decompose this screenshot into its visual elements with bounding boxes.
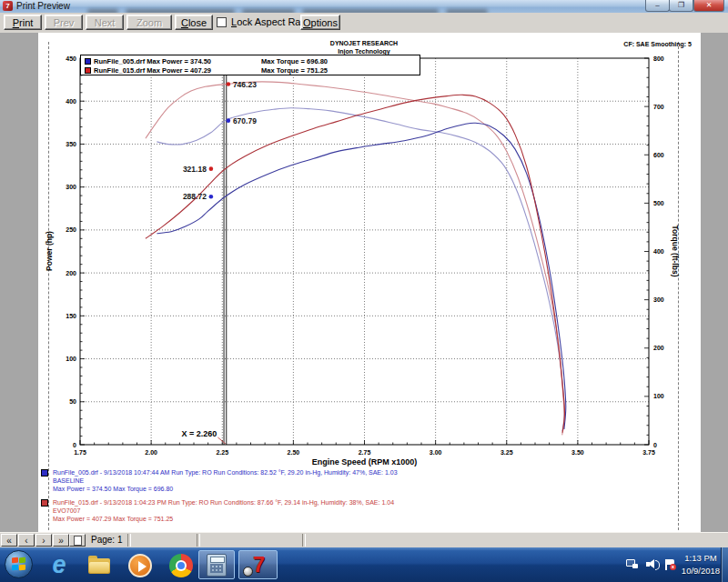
explorer-folder-icon[interactable] (87, 554, 111, 577)
x-tick-label: 3.25 (500, 449, 513, 456)
series-curve-0 (157, 108, 564, 431)
series-curve-2 (157, 123, 565, 429)
legend-text: RunFile_015.drf Max Power = 407.29 (94, 66, 211, 75)
annotation-dot (209, 195, 214, 199)
legend-text: RunFile_005.drf Max Power = 374.50 (94, 57, 211, 65)
run-line2: EVO7007 (53, 507, 678, 515)
y-right-tick-label: 200 (653, 345, 664, 351)
options-button[interactable]: Options (300, 15, 340, 30)
volume-icon[interactable] (646, 559, 659, 569)
y-left-tick-label: 0 (73, 442, 76, 448)
title-bar: 7 Print Preview – ❐ ✕ (0, 0, 728, 14)
restore-button[interactable]: ❐ (669, 0, 693, 12)
show-desktop-button[interactable] (721, 547, 728, 582)
x-tick-label: 3.75 (642, 449, 655, 456)
close-preview-button[interactable]: Close (175, 15, 213, 30)
dyno-chart: 1.752.002.252.502.753.003.253.503.750501… (0, 33, 728, 532)
x-tick-label: 2.50 (288, 449, 300, 456)
x-tick-label: 1.75 (74, 449, 86, 456)
y-left-tick-label: 50 (69, 398, 76, 405)
clock-date: 10/9/2018 (678, 565, 723, 577)
page-number-label: Page: 1 (91, 535, 122, 545)
run-line3: Max Power = 374.50 Max Torque = 696.80 (53, 485, 678, 493)
media-player-icon[interactable] (128, 554, 152, 577)
prev-button[interactable]: Prev (45, 15, 83, 30)
document-icon (74, 536, 82, 546)
annotation-value: 746.23 (233, 80, 257, 89)
taskbar-clock[interactable]: 1:13 PM 10/9/2018 (678, 552, 723, 577)
legend-row: RunFile_005.drf Max Power = 374.50 Max T… (81, 57, 420, 66)
next-page-button[interactable]: › (35, 534, 52, 547)
y-right-tick-label: 0 (653, 442, 657, 448)
y-axis-title-right: Torque (ft-lbs) (671, 226, 680, 277)
cursor-x-label: X = 2.260 (182, 429, 217, 438)
page-layout-button[interactable] (69, 534, 86, 547)
x-tick-label: 3.00 (430, 449, 442, 456)
y-right-tick-label: 600 (653, 152, 664, 158)
run-swatch-blue (41, 469, 48, 477)
start-button[interactable] (5, 550, 33, 578)
zoom-out-button[interactable]: Zoom Out (126, 15, 172, 30)
y-left-tick-label: 350 (66, 141, 76, 147)
window-title: Print Preview (16, 1, 70, 11)
statusbar-separator (197, 534, 200, 547)
winpep-app-icon: 7 (3, 1, 13, 11)
legend-swatch-red (85, 67, 91, 74)
action-center-flag-icon[interactable]: x (665, 559, 676, 570)
legend-torque: Max Torque = 751.25 (261, 66, 328, 75)
run-swatch-red (41, 499, 48, 507)
annotation-dot (227, 118, 231, 123)
y-right-tick-label: 400 (653, 248, 664, 255)
statusbar-separator (302, 534, 306, 547)
first-page-button[interactable]: « (1, 534, 17, 547)
y-right-tick-label: 500 (653, 200, 664, 206)
next-button[interactable]: Next (86, 15, 124, 30)
run-line1: RunFile_005.drf - 9/13/2018 10:47:44 AM … (53, 468, 678, 477)
chart-legend: RunFile_005.drf Max Power = 374.50 Max T… (80, 55, 420, 75)
series-curve-3 (146, 95, 565, 433)
cursor-pointer-line (217, 437, 226, 444)
internet-explorer-icon[interactable]: e (47, 554, 71, 577)
minimize-button[interactable]: – (645, 0, 670, 12)
y-left-tick-label: 150 (66, 313, 76, 319)
chrome-icon[interactable] (169, 554, 193, 577)
y-left-tick-label: 300 (66, 184, 76, 190)
calculator-taskbar-button[interactable] (198, 550, 235, 579)
y-right-tick-label: 100 (653, 393, 664, 399)
annotation-value: 321.18 (183, 165, 207, 174)
y-left-tick-label: 400 (66, 98, 76, 105)
lock-aspect-checkbox[interactable] (217, 17, 227, 27)
legend-row: RunFile_015.drf Max Power = 407.29 Max T… (81, 66, 420, 75)
x-tick-label: 2.25 (216, 449, 228, 456)
x-axis-title: Engine Speed (RPM x1000) (312, 457, 418, 467)
close-window-button[interactable]: ✕ (693, 0, 724, 12)
winpep7-taskbar-button[interactable]: 7 (238, 550, 278, 579)
x-tick-label: 3.50 (571, 449, 584, 456)
soccer-ball-icon (243, 567, 253, 577)
y-left-tick-label: 200 (66, 270, 76, 276)
x-tick-label: 2.75 (359, 449, 371, 456)
network-icon[interactable] (626, 559, 638, 568)
prev-page-button[interactable]: ‹ (18, 534, 35, 547)
y-left-tick-label: 100 (66, 356, 76, 362)
legend-torque: Max Torque = 696.80 (261, 57, 328, 65)
annotation-value: 288.72 (183, 192, 207, 201)
run-line3: Max Power = 407.29 Max Torque = 751.25 (53, 515, 678, 523)
y-right-tick-label: 300 (653, 296, 664, 303)
screen: 7 Print Preview – ❐ ✕ Print Prev Next Zo… (0, 0, 728, 582)
legend-swatch-blue (85, 58, 91, 65)
print-preview-toolbar: Print Prev Next Zoom Out Close Lock Aspe… (0, 13, 728, 34)
print-button[interactable]: Print (4, 15, 42, 30)
annotation-value: 670.79 (233, 116, 257, 125)
status-bar: « ‹ › » Page: 1 (0, 532, 728, 548)
preview-area: DYNOJET RESEARCH Injon Technology CF: SA… (0, 33, 728, 532)
lock-aspect-label: Lock Aspect Ratio (231, 16, 311, 27)
statusbar-separator (127, 534, 131, 547)
annotation-dot (227, 82, 231, 86)
y-right-tick-label: 700 (653, 104, 664, 110)
annotation-dot (209, 166, 214, 171)
y-left-tick-label: 450 (66, 55, 76, 62)
taskbar: e 7 x 1:13 PM 10/9/2018 (0, 547, 728, 582)
run-info-evo: RunFile_015.drf - 9/13/2018 1:04:23 PM R… (41, 498, 678, 523)
last-page-button[interactable]: » (53, 534, 69, 547)
